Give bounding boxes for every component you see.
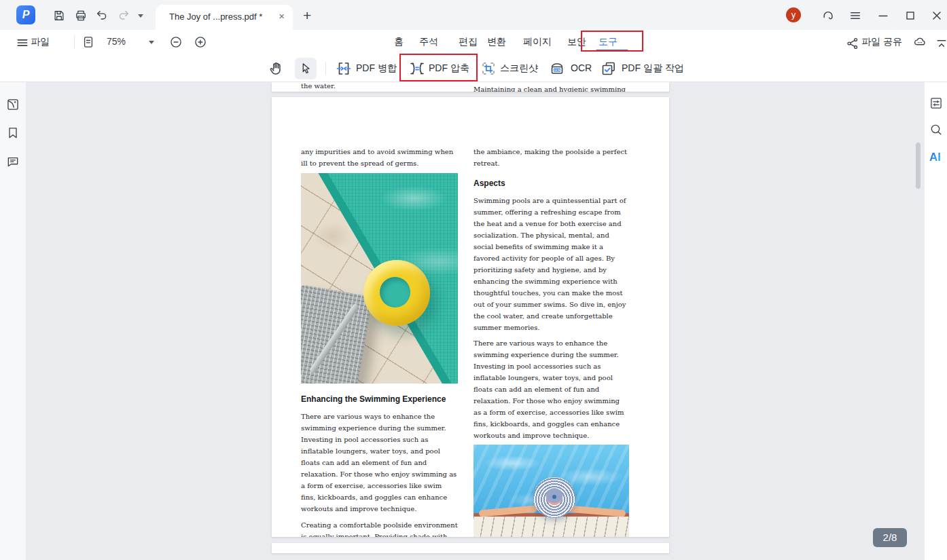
striped-sun-hat (533, 477, 575, 518)
support-headset-icon[interactable] (821, 9, 835, 22)
titlebar: P The Joy of ...press.pdf * × + (0, 0, 947, 30)
zoom-level[interactable]: 75% (107, 36, 126, 47)
tab-comment[interactable]: 주석 (419, 36, 438, 48)
pool-ring-photo (301, 173, 458, 384)
ocr-icon: OCR (549, 60, 565, 77)
paragraph: Creating a comfortable poolside environm… (301, 519, 458, 537)
tab-tools[interactable]: 도구 (598, 36, 618, 48)
tab-protect[interactable]: 보안 (567, 36, 586, 48)
history-dropdown-icon[interactable] (138, 14, 143, 18)
new-tab-button[interactable]: + (303, 7, 311, 24)
screenshot-icon (480, 60, 497, 77)
zoom-in-icon[interactable] (194, 35, 207, 49)
pdf-batch-icon (601, 60, 617, 77)
divider (74, 35, 75, 49)
tab-close-icon[interactable]: × (279, 10, 285, 22)
search-panel-icon[interactable] (929, 123, 943, 136)
save-icon[interactable] (52, 9, 66, 22)
paragraph: Swimming pools are a quintessential part… (474, 195, 629, 333)
bookmarks-panel-icon[interactable] (6, 126, 20, 140)
ai-assistant-button[interactable]: AI (929, 151, 941, 164)
paragraph: There are various ways to enhance the sw… (474, 337, 629, 441)
file-share-button[interactable]: 파일 공유 (861, 36, 902, 48)
app-logo-icon[interactable]: P (16, 5, 35, 24)
divider (325, 62, 326, 75)
ocr-label: OCR (571, 62, 592, 73)
thumbnails-panel-icon[interactable] (6, 98, 20, 111)
page-indicator-badge: 2/8 (873, 528, 907, 547)
zoom-dropdown-icon[interactable] (149, 41, 154, 44)
svg-text:OCR: OCR (554, 69, 560, 72)
vertical-scrollbar-thumb[interactable] (916, 143, 921, 189)
page-view-icon[interactable] (82, 35, 95, 49)
pdf-page-3-partial[interactable] (272, 543, 669, 553)
comments-panel-icon[interactable] (6, 155, 20, 168)
collapse-toolbar-icon[interactable] (935, 37, 946, 48)
select-tool-button[interactable] (295, 58, 317, 79)
zoom-out-icon[interactable] (169, 35, 183, 49)
poolside-relax-photo (474, 445, 629, 537)
pdf-page-2[interactable]: any impurities and to avoid swimming whe… (272, 97, 669, 537)
document-viewport[interactable]: the water. Maintaining a clean and hygie… (26, 82, 924, 560)
tab-home[interactable]: 홈 (394, 36, 404, 48)
right-sidebar: AI (924, 82, 947, 560)
screenshot-label: 스크린샷 (500, 62, 538, 75)
pdf-merge-label: PDF 병합 (356, 62, 397, 75)
left-sidebar (0, 82, 26, 560)
minimize-icon[interactable] (876, 9, 890, 22)
tab-page[interactable]: 페이지 (523, 36, 552, 48)
section-heading: Enhancing the Swimming Experience (301, 394, 446, 404)
pdf-batch-label: PDF 일괄 작업 (622, 62, 684, 75)
page1-right-text: Maintaining a clean and hygienic swimmin… (474, 83, 626, 92)
hand-tool-icon[interactable] (268, 60, 285, 77)
tab-convert[interactable]: 변환 (487, 36, 506, 48)
paragraph: any impurities and to avoid swimming whe… (301, 146, 458, 169)
page2-right-column: the ambiance, making the poolside a perf… (474, 97, 629, 537)
close-window-icon[interactable] (930, 9, 944, 22)
pdf-compress-icon (409, 60, 425, 77)
cursor-icon (299, 62, 312, 75)
maximize-icon[interactable] (904, 9, 917, 22)
share-icon (846, 37, 857, 48)
pdf-editor-window: P The Joy of ...press.pdf * × + (0, 0, 947, 560)
redo-icon (117, 9, 130, 22)
main-menu-icon[interactable] (848, 9, 862, 22)
avatar[interactable]: y (786, 7, 801, 22)
cloud-icon[interactable] (913, 35, 929, 50)
page2-left-column: any impurities and to avoid swimming whe… (301, 97, 458, 537)
active-tab-underline (596, 50, 628, 52)
print-icon[interactable] (74, 9, 88, 22)
tools-toolbar: PDF 병합 PDF 압축 스크린샷 (0, 55, 947, 82)
paragraph: the ambiance, making the poolside a perf… (474, 146, 629, 169)
properties-panel-icon[interactable] (929, 96, 943, 110)
yellow-float-ring (363, 260, 430, 326)
page1-left-text: the water. (301, 82, 336, 92)
pdf-merge-icon (336, 60, 352, 77)
pdf-page-1-partial[interactable]: the water. Maintaining a clean and hygie… (272, 82, 669, 92)
file-menu[interactable]: 파일 (31, 36, 50, 48)
menubar: 파일 75% 홈 주석 편집 변환 페이지 보안 도구 (0, 30, 947, 55)
undo-icon[interactable] (95, 9, 109, 22)
file-menu-icon (16, 36, 26, 47)
section-heading: Aspects (474, 179, 505, 188)
pdf-compress-label: PDF 압축 (429, 62, 469, 75)
document-tab[interactable]: The Joy of ...press.pdf * × (156, 5, 293, 30)
paragraph: There are various ways to enhance the sw… (301, 411, 458, 515)
document-tab-title: The Joy of ...press.pdf * (169, 12, 262, 22)
tab-edit[interactable]: 편집 (459, 36, 478, 48)
